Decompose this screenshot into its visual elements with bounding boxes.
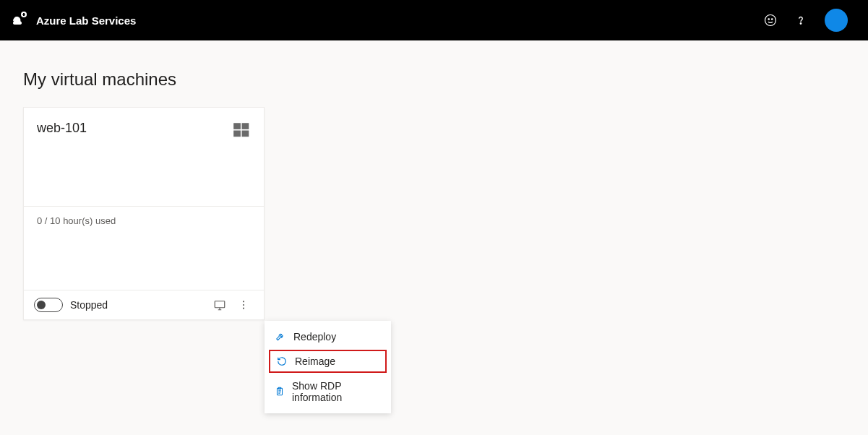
svg-point-10	[243, 301, 244, 302]
svg-rect-7	[233, 131, 241, 137]
wrench-icon	[275, 332, 286, 342]
svg-point-4	[800, 23, 802, 25]
power-toggle[interactable]	[34, 298, 63, 312]
windows-icon	[232, 121, 251, 142]
menu-item-reimage[interactable]: Reimage	[269, 350, 387, 373]
menu-item-redeploy[interactable]: Redeploy	[265, 325, 391, 348]
brand-area[interactable]: Azure Lab Services	[12, 10, 136, 30]
svg-rect-8	[242, 131, 249, 137]
svg-point-2	[768, 19, 770, 20]
help-icon[interactable]	[794, 14, 807, 27]
svg-rect-5	[233, 123, 241, 129]
connect-icon[interactable]	[213, 298, 226, 311]
menu-item-show-rdp[interactable]: Show RDP information	[265, 374, 391, 409]
menu-label: Reimage	[295, 356, 335, 367]
top-header: Azure Lab Services	[0, 0, 868, 40]
svg-point-1	[765, 15, 776, 26]
svg-rect-9	[215, 301, 225, 308]
clipboard-icon	[275, 387, 285, 397]
vm-name: web-101	[37, 121, 87, 136]
vm-context-menu: Redeploy Reimage	[265, 321, 391, 413]
feedback-icon[interactable]	[764, 14, 777, 27]
page-title: My virtual machines	[23, 69, 845, 90]
vm-usage-text: 0 / 10 hour(s) used	[24, 207, 264, 226]
svg-point-12	[243, 308, 244, 309]
refresh-icon	[276, 356, 288, 366]
vm-card: web-101 0 / 10 hour(s) used	[23, 107, 265, 320]
brand-logo-icon	[12, 10, 29, 30]
svg-rect-6	[242, 123, 249, 129]
more-menu-button[interactable]	[233, 299, 254, 311]
brand-title: Azure Lab Services	[36, 14, 136, 27]
menu-label: Show RDP information	[292, 380, 381, 403]
menu-label: Redeploy	[293, 331, 336, 343]
vm-status: Stopped	[70, 299, 108, 311]
user-avatar[interactable]	[825, 9, 848, 32]
svg-point-3	[772, 19, 773, 20]
svg-point-11	[243, 304, 244, 306]
